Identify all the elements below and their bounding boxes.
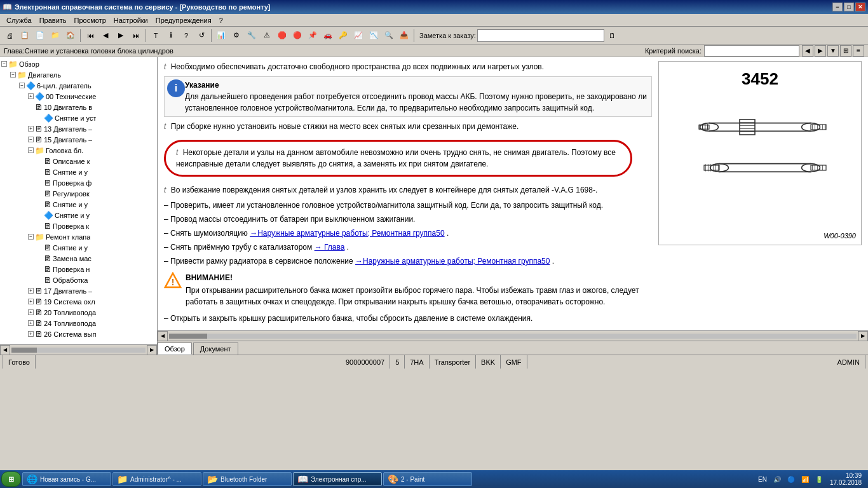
- tree-expand-26[interactable]: +: [28, 331, 34, 337]
- tb-btn-15[interactable]: 📉: [367, 29, 381, 43]
- start-button[interactable]: ⊞: [1, 471, 21, 487]
- taskbar-btn-bluetooth[interactable]: 📂 Bluetooth Folder: [203, 472, 292, 486]
- content-scroll-right[interactable]: ▶: [858, 331, 868, 341]
- tree-item-proverka-n[interactable]: 🖹 Проверка н: [36, 264, 157, 274]
- tree-item-26sistema[interactable]: + 🖹 26 Система вып: [27, 329, 157, 339]
- taskbar-btn-elsprav[interactable]: 📖 Электронная спр...: [293, 472, 382, 486]
- content-scroll[interactable]: t Необходимо обеспечивать достаточно сво…: [158, 57, 868, 330]
- menu-pravit[interactable]: Править: [36, 15, 71, 25]
- tree-expand-17[interactable]: +: [28, 288, 34, 294]
- tree-expand-15[interactable]: −: [28, 137, 34, 142]
- tree-item-remont-klapa[interactable]: − 📁 Ремонт клапа: [27, 231, 157, 242]
- tab-obzor[interactable]: Обзор: [158, 342, 192, 355]
- zamet-input[interactable]: [477, 29, 604, 42]
- bullet3-link[interactable]: →Наружные арматурные работы; Ремонтная г…: [250, 229, 444, 238]
- tb-btn-nav-prev[interactable]: ◀: [98, 29, 112, 43]
- maximize-button[interactable]: □: [844, 3, 854, 11]
- tree-expand-24[interactable]: +: [28, 320, 34, 326]
- tree-item-proverka-k[interactable]: 🖹 Проверка к: [36, 220, 157, 231]
- content-scroll-thumb[interactable]: [169, 334, 207, 339]
- close-button[interactable]: ✕: [855, 3, 865, 11]
- tree-item-13dvigatel[interactable]: + 🖹 13 Двигатель –: [27, 123, 157, 134]
- tb-btn-1[interactable]: 🖨: [3, 29, 17, 43]
- tree-item-proverka-f[interactable]: 🖹 Проверка ф: [36, 177, 157, 188]
- tb-btn-3[interactable]: 📄: [33, 29, 47, 43]
- tray-lang[interactable]: EN: [756, 476, 769, 483]
- tb-btn-text[interactable]: T: [149, 29, 163, 43]
- taskbar-btn-explorer[interactable]: 📁 Administrator^ - ...: [112, 472, 201, 486]
- tree-item-6cil[interactable]: − 🔷 6-цил. двигатель: [18, 80, 157, 91]
- search-opt-btn[interactable]: ▼: [827, 45, 839, 57]
- tree-item-24toplivo[interactable]: + 🖹 24 Топливопода: [27, 318, 157, 329]
- tree-item-obzor[interactable]: − 📁 Обзор: [0, 58, 157, 69]
- menu-help[interactable]: ?: [215, 15, 227, 25]
- tb-btn-zamet[interactable]: 🗒: [606, 29, 620, 43]
- taskbar-btn-paint[interactable]: 🎨 2 - Paint: [383, 472, 472, 486]
- tb-btn-7[interactable]: 🔧: [245, 29, 259, 43]
- tree-scroll-track[interactable]: [11, 348, 146, 353]
- tb-btn-nav-next[interactable]: ▶: [114, 29, 128, 43]
- tree-item-zamena-mas[interactable]: 🖹 Замена мас: [36, 253, 157, 264]
- tree-expand-20[interactable]: +: [28, 309, 34, 315]
- tb-btn-2[interactable]: 📋: [18, 29, 32, 43]
- tree-item-regulirovka[interactable]: 🖹 Регулировк: [36, 188, 157, 199]
- tb-btn-nav-last[interactable]: ⏭: [129, 29, 143, 43]
- tb-btn-14[interactable]: 📈: [351, 29, 365, 43]
- tb-btn-8[interactable]: ⚠: [260, 29, 274, 43]
- content-scroll-track[interactable]: [169, 334, 857, 339]
- tree-item-golovka[interactable]: − 📁 Головка бл.: [27, 145, 157, 156]
- tb-btn-5b[interactable]: 📊: [214, 29, 228, 43]
- tree-item-snyatie-u3[interactable]: 🔷 Снятие и у: [36, 210, 157, 220]
- tree-item-17dvigatel[interactable]: + 🖹 17 Двигатель –: [27, 285, 157, 296]
- tree-item-opisanie[interactable]: 🖹 Описание к: [36, 156, 157, 166]
- tb-btn-11[interactable]: 📌: [306, 29, 320, 43]
- tree-scroll-thumb[interactable]: [11, 348, 37, 353]
- search-next-btn[interactable]: ▶: [815, 45, 826, 57]
- minimize-button[interactable]: −: [832, 3, 843, 11]
- tree-expand-obzor[interactable]: −: [1, 61, 7, 67]
- search-prev-btn[interactable]: ◀: [802, 45, 813, 57]
- tree-expand-dvigatel[interactable]: −: [10, 72, 16, 78]
- menu-prosmotr[interactable]: Просмотр: [71, 15, 110, 25]
- tree-item-snyatie-u2[interactable]: 🖹 Снятие и у: [36, 199, 157, 210]
- search-input[interactable]: [704, 45, 799, 57]
- tree-expand-golovka[interactable]: −: [28, 147, 34, 153]
- taskbar-btn-chrome[interactable]: 🌐 Новая запись - G...: [22, 472, 111, 486]
- tree-scroll-right[interactable]: ▶: [147, 345, 157, 355]
- tree-item-snyatie-ust[interactable]: 🔷 Снятие и уст: [36, 112, 157, 123]
- tree-item-obrabotka[interactable]: 🖹 Обработка: [36, 274, 157, 285]
- content-scroll-left[interactable]: ◀: [158, 331, 168, 341]
- search-extra-btn1[interactable]: ⊞: [840, 45, 851, 57]
- tree-item-15dvigatel[interactable]: − 🖹 15 Двигатель –: [27, 134, 157, 145]
- tree-item-00tech[interactable]: + 🔷 00 Технические: [27, 91, 157, 102]
- menu-sluzba[interactable]: Служба: [3, 15, 36, 25]
- tree-expand-00tech[interactable]: +: [28, 93, 34, 99]
- tb-btn-10[interactable]: 🔴: [290, 29, 304, 43]
- tb-btn-question[interactable]: ?: [179, 29, 193, 43]
- tb-btn-13[interactable]: 🔑: [336, 29, 350, 43]
- tree-expand-13[interactable]: +: [28, 126, 34, 132]
- tree-item-snyatie-u[interactable]: 🖹 Снятие и у: [36, 166, 157, 177]
- tb-btn-6[interactable]: ⚙: [229, 29, 243, 43]
- tree-expand-19[interactable]: +: [28, 299, 34, 304]
- bullet4-link[interactable]: → Глава: [315, 243, 345, 252]
- tree-item-dvigatel[interactable]: − 📁 Двигатель: [9, 69, 157, 80]
- tb-btn-nav-first[interactable]: ⏮: [83, 29, 97, 43]
- tb-btn-17[interactable]: 📥: [397, 29, 411, 43]
- bullet5-link[interactable]: →Наружные арматурные работы; Ремонтная г…: [355, 257, 550, 266]
- tab-dokument[interactable]: Документ: [193, 342, 238, 355]
- tree-expand-6cil[interactable]: −: [19, 83, 25, 88]
- tree-scroll-left[interactable]: ◀: [0, 345, 10, 355]
- tb-btn-refresh[interactable]: ↺: [194, 29, 208, 43]
- tb-btn-5[interactable]: 🏠: [64, 29, 78, 43]
- tree-item-19sistema[interactable]: + 🖹 19 Система охл: [27, 296, 157, 307]
- tb-btn-info[interactable]: ℹ: [164, 29, 178, 43]
- tb-btn-9[interactable]: 🛑: [275, 29, 289, 43]
- tree-item-10dvigatel[interactable]: 🖹 10 Двигатель в: [27, 102, 157, 112]
- tb-btn-12[interactable]: 🚗: [321, 29, 335, 43]
- tree-item-20toplivo[interactable]: + 🖹 20 Топливопода: [27, 307, 157, 318]
- tree-expand-remont[interactable]: −: [28, 234, 34, 240]
- tree-item-snyatie-u4[interactable]: 🖹 Снятие и у: [36, 242, 157, 253]
- menu-nastroyki[interactable]: Настройки: [110, 15, 152, 25]
- menu-preduprezhdeniya[interactable]: Предупреждения: [152, 15, 215, 25]
